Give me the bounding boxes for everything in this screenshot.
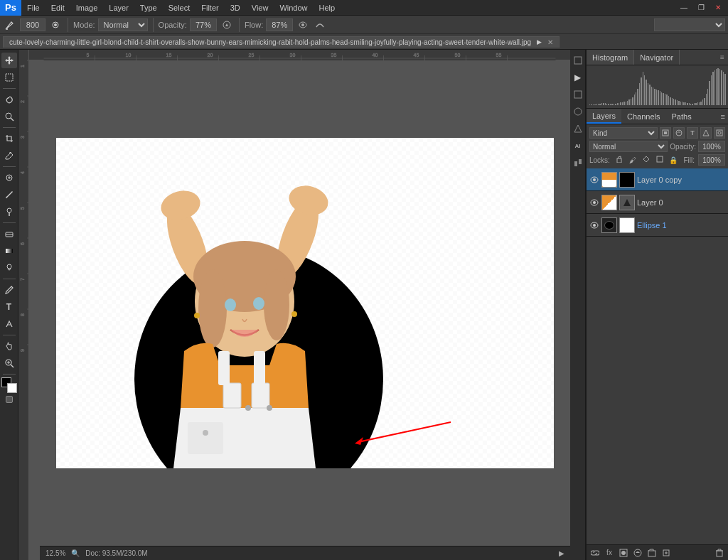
gradient-tool[interactable]: [1, 243, 17, 259]
type-filter-btn[interactable]: T: [687, 127, 698, 139]
airbrush-btn[interactable]: [296, 18, 310, 32]
layer-visibility-2[interactable]: [589, 220, 599, 230]
opacity-input[interactable]: [190, 18, 217, 31]
panel-mini-1[interactable]: [570, 87, 586, 102]
zoom-icon[interactable]: 🔍: [71, 549, 80, 557]
menu-filter[interactable]: Filter: [196, 0, 224, 15]
file-tab-close[interactable]: ✕: [547, 38, 553, 46]
quick-mask-btn[interactable]: [6, 396, 13, 403]
histogram-bar: [636, 92, 636, 105]
histogram-bar: [704, 98, 705, 105]
menu-edit[interactable]: Edit: [46, 0, 70, 15]
brush-picker-btn[interactable]: [48, 18, 63, 32]
tab-channels[interactable]: Channels: [621, 109, 665, 124]
timeline-btn[interactable]: ▶: [559, 549, 564, 557]
layer-item-1[interactable]: Layer 0: [587, 191, 728, 214]
lock-transparent-btn[interactable]: [614, 154, 625, 166]
tab-paths[interactable]: Paths: [666, 109, 697, 124]
move-tool[interactable]: [1, 53, 17, 68]
mode-select[interactable]: Normal Multiply Screen: [98, 18, 148, 31]
svg-rect-87: [218, 351, 230, 385]
blend-mode-select[interactable]: Normal Multiply Screen: [589, 141, 668, 152]
info-mini[interactable]: [570, 155, 586, 171]
panel-mini-2[interactable]: [570, 104, 586, 119]
close-button[interactable]: ✕: [711, 1, 725, 15]
quick-select-tool[interactable]: [1, 109, 17, 124]
workspace-select[interactable]: Photography: [654, 18, 725, 31]
lock-image-btn[interactable]: 🖌: [627, 154, 638, 166]
menu-image[interactable]: Image: [70, 0, 104, 15]
ps-logo: Ps: [0, 0, 21, 16]
layer-item-0[interactable]: Layer 0 copy: [587, 168, 728, 191]
minimize-button[interactable]: —: [677, 1, 691, 15]
maximize-button[interactable]: ❐: [694, 1, 708, 15]
flow-input[interactable]: [266, 18, 293, 31]
smartobj-filter-btn[interactable]: [714, 127, 725, 139]
add-mask-btn[interactable]: [618, 547, 629, 559]
clone-stamp-tool[interactable]: [1, 204, 17, 220]
menu-3d[interactable]: 3D: [225, 0, 246, 15]
layers-menu-btn[interactable]: ≡: [718, 112, 728, 121]
new-adj-layer-btn[interactable]: [632, 547, 643, 559]
pixel-filter-btn[interactable]: [660, 127, 671, 139]
lock-position-btn[interactable]: [641, 154, 652, 166]
menu-type[interactable]: Type: [134, 0, 163, 15]
histogram-bar: [660, 91, 660, 105]
menu-layer[interactable]: Layer: [103, 0, 134, 15]
pressure-opacity-btn[interactable]: [220, 18, 234, 32]
type-tool[interactable]: T: [1, 299, 17, 315]
lasso-tool[interactable]: [1, 92, 17, 107]
layer-item-2[interactable]: Ellipse 1: [587, 214, 728, 237]
hand-tool[interactable]: [1, 338, 17, 354]
crop-tool[interactable]: [1, 131, 17, 146]
menu-file[interactable]: File: [21, 0, 46, 15]
eyedropper-tool[interactable]: [1, 148, 17, 163]
history-mini[interactable]: ▶: [570, 70, 586, 85]
brush-size-input[interactable]: 800: [20, 18, 46, 31]
menu-help[interactable]: Help: [314, 0, 341, 15]
svg-text:3: 3: [20, 136, 25, 139]
adjustment-filter-btn[interactable]: [673, 127, 685, 139]
lock-all-btn[interactable]: 🔒: [668, 154, 679, 166]
healing-brush-tool[interactable]: [1, 170, 17, 185]
histogram-bar: [724, 74, 725, 105]
dodge-burn-tool[interactable]: [1, 260, 17, 276]
ai-mini[interactable]: AI: [570, 138, 586, 154]
pen-tool[interactable]: [1, 282, 17, 298]
new-group-btn[interactable]: [646, 547, 658, 559]
menu-window[interactable]: Window: [274, 0, 313, 15]
menu-view[interactable]: View: [246, 0, 274, 15]
foreground-color[interactable]: [1, 377, 17, 393]
histogram-bar: [631, 99, 631, 105]
link-layers-btn[interactable]: [589, 547, 601, 559]
selection-tool[interactable]: [1, 70, 17, 85]
svg-point-93: [574, 108, 582, 115]
fill-label: Fill:: [683, 156, 695, 164]
path-select-tool[interactable]: [1, 316, 17, 332]
histogram-close-btn[interactable]: ≡: [717, 52, 728, 63]
svg-text:35: 35: [331, 53, 337, 58]
tab-layers[interactable]: Layers: [587, 109, 621, 124]
layer-visibility-0[interactable]: [589, 175, 599, 185]
layer-visibility-1[interactable]: [589, 198, 599, 208]
add-style-btn[interactable]: fx: [604, 547, 615, 559]
delete-layer-btn[interactable]: [714, 547, 725, 559]
color-sampler-mini[interactable]: [570, 53, 586, 68]
brush-tool[interactable]: [1, 187, 17, 203]
canvas-area[interactable]: 5 10 15 20 25 30 35 40 45: [29, 50, 570, 560]
kind-select[interactable]: Kind: [589, 127, 658, 139]
tab-navigator[interactable]: Navigator: [634, 50, 680, 65]
shape-filter-btn[interactable]: [700, 127, 712, 139]
new-layer-btn[interactable]: [660, 547, 672, 559]
eraser-tool[interactable]: [1, 226, 17, 242]
fill-value[interactable]: [698, 154, 725, 166]
opacity-value[interactable]: 100%: [698, 141, 725, 152]
panel-mini-3[interactable]: [570, 121, 586, 136]
tab-histogram[interactable]: Histogram: [587, 50, 634, 65]
menu-select[interactable]: Select: [163, 0, 196, 15]
zoom-tool[interactable]: [1, 355, 17, 371]
lock-artboard-btn[interactable]: [654, 154, 665, 166]
file-tab-item[interactable]: cute-lovely-charming-little-girl-blond-c…: [3, 36, 560, 48]
histogram-bar: [639, 83, 640, 105]
smoothing-btn[interactable]: [313, 18, 327, 32]
